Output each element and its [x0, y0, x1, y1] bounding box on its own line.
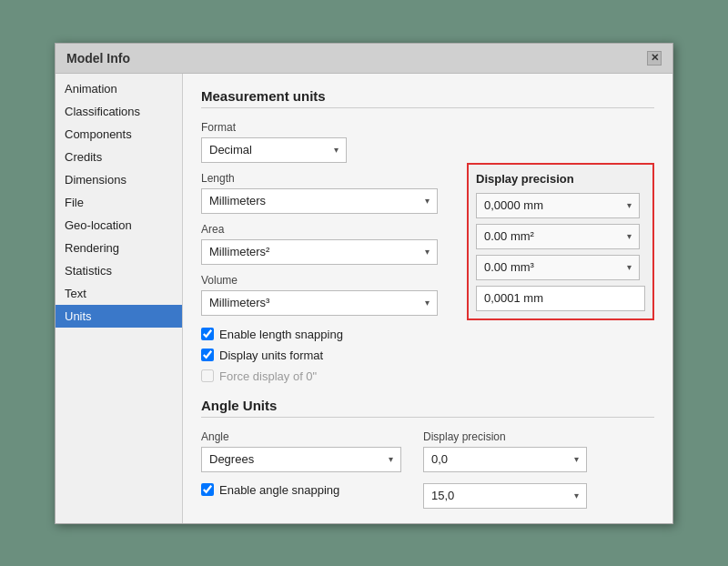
length-select[interactable]: Millimeters ▾: [201, 188, 438, 214]
precision-snap-input[interactable]: [476, 286, 645, 311]
precision-area-value: 0.00 mm²: [484, 229, 534, 243]
angle-precision-header: Display precision: [423, 430, 587, 443]
dialog-title: Model Info: [66, 51, 130, 66]
length-arrow: ▾: [425, 196, 430, 206]
sidebar-item-animation[interactable]: Animation: [56, 77, 182, 100]
force-display-checkbox[interactable]: [201, 369, 214, 382]
sidebar-item-credits[interactable]: Credits: [56, 146, 182, 168]
format-label: Format: [201, 121, 654, 134]
dialog-titlebar: Model Info ✕: [56, 44, 672, 74]
precision-area-arrow: ▾: [627, 231, 632, 241]
dialog-body: AnimationClassificationsComponentsCredit…: [56, 74, 672, 523]
units-precision-row: Length Millimeters ▾ Area Millimeters² ▾…: [201, 163, 654, 320]
enable-length-snapping-row: Enable length snapping: [201, 328, 654, 341]
display-units-format-label: Display units format: [219, 349, 323, 362]
volume-select[interactable]: Millimeters³ ▾: [201, 290, 438, 316]
force-display-row: Force display of 0": [201, 369, 654, 383]
precision-volume-value: 0.00 mm³: [484, 260, 534, 274]
angle-degrees-value: Degrees: [209, 452, 254, 466]
sidebar-item-units[interactable]: Units: [56, 305, 182, 328]
measurement-units-title: Measurement units: [201, 88, 654, 108]
volume-arrow: ▾: [425, 298, 430, 308]
angle-snap-arrow: ▾: [574, 490, 579, 500]
enable-angle-snapping-row: Enable angle snapping: [201, 483, 401, 497]
enable-angle-snapping-label: Enable angle snapping: [219, 483, 339, 497]
enable-length-snapping-label: Enable length snapping: [219, 328, 343, 341]
display-units-format-checkbox[interactable]: [201, 349, 214, 361]
volume-label: Volume: [201, 274, 460, 287]
length-label: Length: [201, 172, 460, 185]
force-display-label: Force display of 0": [219, 369, 317, 383]
display-units-format-row: Display units format: [201, 349, 654, 362]
format-select[interactable]: Decimal ▾: [201, 137, 347, 163]
area-arrow: ▾: [425, 247, 430, 257]
format-value: Decimal: [209, 143, 252, 157]
enable-angle-snapping-checkbox[interactable]: [201, 483, 214, 496]
angle-precision-select[interactable]: 0,0 ▾: [423, 447, 587, 472]
angle-units-section: Angle Units Angle Degrees ▾ Enable angle…: [201, 398, 654, 509]
precision-volume-select[interactable]: 0.00 mm³ ▾: [476, 255, 640, 280]
angle-units-title: Angle Units: [201, 398, 654, 418]
angle-label-header: Angle: [201, 430, 401, 443]
sidebar-item-rendering[interactable]: Rendering: [56, 237, 182, 259]
area-select[interactable]: Millimeters² ▾: [201, 239, 438, 265]
angle-precision-arrow: ▾: [574, 454, 579, 464]
precision-area-select[interactable]: 0.00 mm² ▾: [476, 224, 640, 249]
close-button[interactable]: ✕: [647, 51, 662, 66]
angle-degrees-arrow: ▾: [389, 454, 393, 464]
display-precision-title: Display precision: [476, 172, 645, 186]
angle-precision-value: 0,0: [431, 452, 448, 466]
precision-length-arrow: ▾: [627, 200, 632, 210]
precision-length-value: 0,0000 mm: [484, 198, 543, 212]
model-info-dialog: Model Info ✕ AnimationClassificationsCom…: [55, 43, 673, 524]
area-label: Area: [201, 223, 460, 236]
precision-volume-arrow: ▾: [627, 262, 632, 272]
content-area: Measurement units Format Decimal ▾ Lengt…: [183, 74, 672, 523]
sidebar-item-statistics[interactable]: Statistics: [56, 259, 182, 282]
format-arrow: ▾: [334, 145, 339, 155]
enable-length-snapping-checkbox[interactable]: [201, 328, 214, 340]
angle-area: Angle Degrees ▾ Enable angle snapping Di…: [201, 430, 654, 509]
precision-length-select[interactable]: 0,0000 mm ▾: [476, 193, 640, 218]
sidebar-item-geo-location[interactable]: Geo-location: [56, 214, 182, 237]
sidebar-item-components[interactable]: Components: [56, 123, 182, 146]
sidebar-item-dimensions[interactable]: Dimensions: [56, 168, 182, 191]
angle-right-col: Display precision 0,0 ▾ 15,0 ▾: [423, 430, 587, 509]
sidebar-item-file[interactable]: File: [56, 191, 182, 214]
angle-snap-select[interactable]: 15,0 ▾: [423, 483, 587, 509]
display-precision-section: Display precision 0,0000 mm ▾ 0.00 mm² ▾…: [467, 163, 654, 320]
angle-degrees-select[interactable]: Degrees ▾: [201, 447, 401, 472]
sidebar-item-text[interactable]: Text: [56, 282, 182, 305]
angle-left-col: Angle Degrees ▾ Enable angle snapping: [201, 430, 401, 497]
area-value: Millimeters²: [209, 245, 269, 258]
angle-snap-value: 15,0: [431, 489, 454, 502]
length-value: Millimeters: [209, 194, 266, 207]
volume-value: Millimeters³: [209, 296, 269, 309]
units-left-col: Length Millimeters ▾ Area Millimeters² ▾…: [201, 163, 460, 316]
sidebar-item-classifications[interactable]: Classifications: [56, 100, 182, 123]
sidebar: AnimationClassificationsComponentsCredit…: [56, 74, 183, 523]
